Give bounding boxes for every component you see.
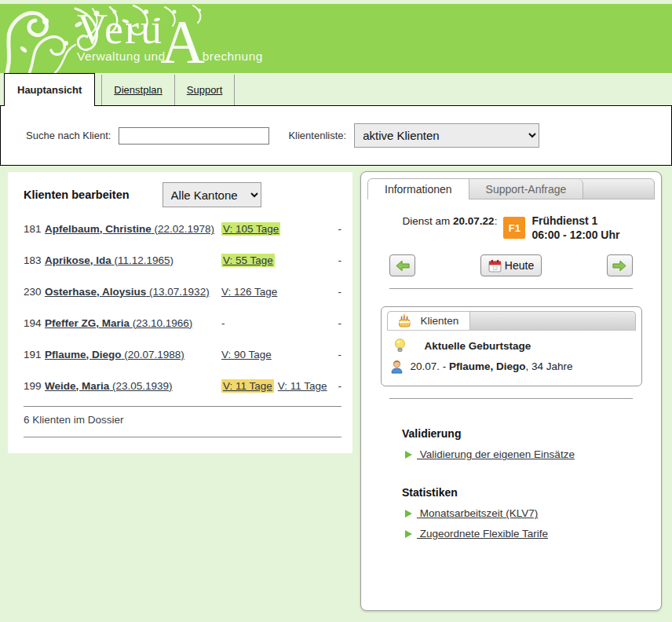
divider [389, 398, 633, 399]
client-name-link[interactable]: Weide, Maria (23.05.1939) [45, 380, 173, 392]
svg-text:12: 12 [492, 265, 499, 271]
logo-text-veru: Veru [77, 12, 165, 46]
today-button[interactable]: 12 Heute [480, 254, 542, 276]
clients-panel-title: Klienten bearbeiten [24, 188, 130, 201]
validation-link[interactable]: Validierung der eigenen Einsätze [417, 448, 575, 460]
duty-info: Dienst am 20.07.22: F1 Frühdienst 1 06:0… [367, 214, 655, 242]
client-rows: 181 Apfelbaum, Christine (22.02.1978) V:… [24, 213, 341, 401]
lightbulb-icon [393, 338, 407, 353]
client-id: 191 [24, 349, 45, 360]
canton-filter-select[interactable]: Alle Kantone [163, 182, 261, 207]
client-search-input[interactable] [119, 127, 269, 145]
tab-support-anfrage[interactable]: Support-Anfrage [469, 179, 584, 199]
duty-date-label: Dienst am 20.07.22: [403, 214, 498, 227]
client-name-link[interactable]: Pfeffer ZG, Maria (23.10.1966) [45, 317, 192, 329]
arrow-right-icon [612, 260, 626, 272]
header-banner: Veru Verwaltung und A brechnung [0, 4, 672, 73]
client-row: 199 Weide, Maria (23.05.1939) V: 11 Tage… [24, 370, 341, 401]
info-tabbar: Informationen Support-Anfrage [367, 178, 655, 199]
client-row-dash: - [332, 254, 341, 266]
validation-days-empty: - [221, 317, 225, 329]
client-list-label: Klientenliste: [288, 130, 346, 141]
client-row: 181 Apfelbaum, Christine (22.02.1978) V:… [24, 213, 341, 244]
validation-days-link[interactable]: V: 11 Tage [221, 379, 274, 393]
validation-days-link[interactable]: V: 90 Tage [221, 349, 272, 360]
logo-tagline-right: brechnung [203, 49, 263, 64]
client-id: 183 [24, 254, 45, 266]
tab-support[interactable]: Support [175, 75, 236, 105]
date-navigation: 12 Heute [367, 254, 655, 276]
green-triangle-icon [405, 510, 412, 518]
birthday-box-tab-label: Klienten [421, 315, 459, 327]
client-row: 194 Pfeffer ZG, Maria (23.10.1966) - - [24, 307, 341, 338]
flexible-tariffs-link[interactable]: Zugeordnete Flexible Tarife [417, 528, 548, 540]
green-triangle-icon [405, 530, 412, 538]
monthly-worktime-link[interactable]: Monatsarbeitszeit (KLV7) [417, 507, 538, 519]
person-icon [389, 359, 404, 374]
tab-hauptansicht[interactable]: Hauptansicht [4, 73, 95, 106]
logo-text-a: A [160, 19, 204, 64]
birthday-box: Klienten Aktuelle Geburtstage 20.07. - P… [381, 306, 642, 386]
clients-panel: Klienten bearbeiten Alle Kantone 181 Apf… [8, 172, 352, 453]
divider [24, 437, 341, 437]
shift-details: Frühdienst 1 06:00 - 12:00 Uhr [531, 214, 619, 242]
client-row-dash: - [332, 349, 341, 360]
client-list-select[interactable]: aktive Klienten [354, 123, 539, 148]
arrow-left-icon [396, 260, 410, 272]
client-id: 199 [24, 380, 45, 392]
client-row-dash: - [332, 380, 341, 392]
validation-days-link[interactable]: V: 55 Tage [221, 254, 275, 267]
green-triangle-icon [405, 451, 412, 459]
validation-days-link-2[interactable]: V: 11 Tage [278, 380, 327, 392]
statistics-heading: Statistiken [402, 486, 655, 499]
divider [389, 288, 633, 289]
client-id: 230 [24, 286, 45, 298]
cake-icon [397, 314, 413, 328]
client-name-link[interactable]: Osterhase, Aloysius (13.07.1932) [45, 286, 210, 298]
client-row-dash: - [332, 223, 341, 235]
next-day-button[interactable] [607, 254, 633, 276]
today-button-label: Heute [505, 259, 534, 272]
client-name-link[interactable]: Apfelbaum, Christine (22.02.1978) [45, 223, 214, 235]
client-name-link[interactable]: Aprikose, Ida (11.12.1965) [45, 254, 173, 266]
shift-badge: F1 [503, 217, 525, 239]
birthday-entry: 20.07. - Pflaume, Diego, 34 Jahre [411, 360, 573, 372]
tab-informationen[interactable]: Informationen [368, 179, 469, 199]
validation-days-link[interactable]: V: 126 Tage [221, 286, 277, 298]
logo-tagline-left: Verwaltung und [77, 49, 165, 64]
shift-name: Frühdienst 1 [531, 214, 619, 228]
client-row: 230 Osterhase, Aloysius (13.07.1932) V: … [24, 276, 341, 307]
client-row: 191 Pflaume, Diego (20.07.1988) V: 90 Ta… [24, 338, 341, 370]
tab-klienten[interactable]: Klienten [388, 312, 471, 330]
birthday-heading: Aktuelle Geburtstage [425, 340, 531, 352]
client-row: 183 Aprikose, Ida (11.12.1965) V: 55 Tag… [24, 244, 341, 276]
validation-days-link[interactable]: V: 105 Tage [221, 222, 280, 236]
tab-dienstplan[interactable]: Dienstplan [101, 75, 174, 105]
info-panel: Informationen Support-Anfrage Dienst am … [360, 171, 662, 611]
client-name-link[interactable]: Pflaume, Diego (20.07.1988) [45, 349, 184, 360]
validation-heading: Validierung [402, 427, 655, 440]
client-id: 194 [24, 317, 45, 329]
shift-time: 06:00 - 12:00 Uhr [531, 228, 619, 242]
main-tabbar: Hauptansicht Dienstplan Support [0, 73, 672, 106]
client-id: 181 [24, 223, 45, 235]
search-strip: Suche nach Klient: Klientenliste: aktive… [0, 106, 672, 166]
client-search-label: Suche nach Klient: [26, 130, 111, 141]
client-row-dash: - [332, 317, 341, 329]
app-logo: Veru Verwaltung und A brechnung [77, 12, 263, 64]
client-row-dash: - [332, 286, 341, 298]
calendar-icon: 12 [488, 259, 502, 273]
birthday-box-tabbar: Klienten [387, 311, 636, 331]
client-count-text: 6 Klienten im Dossier [24, 407, 341, 432]
previous-day-button[interactable] [389, 254, 415, 276]
